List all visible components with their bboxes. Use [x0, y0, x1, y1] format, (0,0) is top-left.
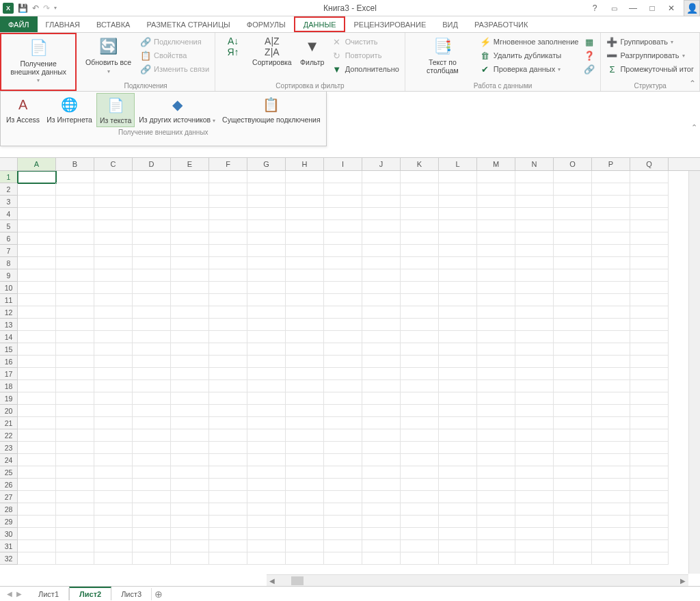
cell-D7[interactable]: [133, 245, 171, 257]
cell-P17[interactable]: [592, 368, 630, 380]
row-header-15[interactable]: 15: [0, 343, 18, 356]
cell-P14[interactable]: [592, 331, 630, 343]
cell-L1[interactable]: [439, 171, 477, 183]
cell-J15[interactable]: [362, 343, 401, 356]
cell-F21[interactable]: [209, 417, 247, 429]
cell-F16[interactable]: [209, 356, 247, 368]
cell-I24[interactable]: [324, 454, 362, 466]
cell-I17[interactable]: [324, 368, 362, 380]
cell-B13[interactable]: [56, 319, 94, 331]
cell-Q10[interactable]: [630, 282, 669, 294]
cell-C16[interactable]: [94, 356, 133, 368]
cell-A13[interactable]: [18, 319, 56, 331]
cell-F22[interactable]: [209, 429, 247, 442]
cell-Q20[interactable]: [630, 405, 669, 417]
cell-J31[interactable]: [362, 540, 401, 552]
cell-A27[interactable]: [18, 491, 56, 503]
cell-J5[interactable]: [362, 220, 401, 232]
cell-J28[interactable]: [362, 503, 401, 516]
cell-C28[interactable]: [94, 503, 133, 516]
cell-Q22[interactable]: [630, 429, 669, 442]
cell-I12[interactable]: [324, 306, 362, 319]
cell-F5[interactable]: [209, 220, 247, 232]
cell-G19[interactable]: [247, 392, 286, 405]
row-header-14[interactable]: 14: [0, 331, 18, 343]
cell-N23[interactable]: [515, 442, 554, 454]
cell-Q16[interactable]: [630, 356, 669, 368]
row-header-8[interactable]: 8: [0, 257, 18, 269]
cell-P23[interactable]: [592, 442, 630, 454]
cell-Q13[interactable]: [630, 319, 669, 331]
cell-A5[interactable]: [18, 220, 56, 232]
cell-J9[interactable]: [362, 269, 401, 282]
cell-N22[interactable]: [515, 429, 554, 442]
cell-F23[interactable]: [209, 442, 247, 454]
cell-A26[interactable]: [18, 479, 56, 491]
cell-O18[interactable]: [554, 380, 592, 392]
cell-Q25[interactable]: [630, 466, 669, 479]
cell-G21[interactable]: [247, 417, 286, 429]
cell-C13[interactable]: [94, 319, 133, 331]
cell-E2[interactable]: [171, 183, 209, 196]
cell-P31[interactable]: [592, 540, 630, 552]
cell-E13[interactable]: [171, 319, 209, 331]
clear-filter-button[interactable]: ✕Очистить: [330, 36, 401, 48]
cell-P32[interactable]: [592, 552, 630, 565]
cell-G25[interactable]: [247, 466, 286, 479]
cell-K20[interactable]: [401, 405, 439, 417]
cell-P6[interactable]: [592, 232, 630, 245]
cell-D14[interactable]: [133, 331, 171, 343]
cell-E20[interactable]: [171, 405, 209, 417]
cell-B8[interactable]: [56, 257, 94, 269]
cell-L20[interactable]: [439, 405, 477, 417]
cell-P1[interactable]: [592, 171, 630, 183]
select-all-button[interactable]: [0, 157, 18, 171]
cell-A32[interactable]: [18, 552, 56, 565]
cell-G27[interactable]: [247, 491, 286, 503]
cell-I22[interactable]: [324, 429, 362, 442]
column-header-F[interactable]: F: [209, 158, 247, 170]
cell-J6[interactable]: [362, 232, 401, 245]
cell-Q23[interactable]: [630, 442, 669, 454]
cell-D11[interactable]: [133, 294, 171, 306]
cell-M16[interactable]: [477, 356, 515, 368]
cell-K32[interactable]: [401, 552, 439, 565]
cell-H2[interactable]: [286, 183, 324, 196]
cell-P12[interactable]: [592, 306, 630, 319]
cell-P28[interactable]: [592, 503, 630, 516]
cell-N17[interactable]: [515, 368, 554, 380]
cell-E23[interactable]: [171, 442, 209, 454]
cell-K3[interactable]: [401, 196, 439, 208]
row-header-26[interactable]: 26: [0, 479, 18, 491]
cell-H19[interactable]: [286, 392, 324, 405]
cell-D20[interactable]: [133, 405, 171, 417]
cell-I15[interactable]: [324, 343, 362, 356]
cell-E7[interactable]: [171, 245, 209, 257]
cell-I9[interactable]: [324, 269, 362, 282]
cell-D29[interactable]: [133, 516, 171, 528]
cell-C23[interactable]: [94, 442, 133, 454]
cell-M7[interactable]: [477, 245, 515, 257]
cell-H16[interactable]: [286, 356, 324, 368]
row-header-31[interactable]: 31: [0, 540, 18, 552]
cell-H15[interactable]: [286, 343, 324, 356]
cell-J24[interactable]: [362, 454, 401, 466]
cell-B30[interactable]: [56, 528, 94, 540]
cell-P26[interactable]: [592, 479, 630, 491]
cell-K16[interactable]: [401, 356, 439, 368]
cell-N31[interactable]: [515, 540, 554, 552]
cell-A28[interactable]: [18, 503, 56, 516]
cell-O26[interactable]: [554, 479, 592, 491]
text-to-columns-button[interactable]: 📑 Текст по столбцам: [409, 34, 476, 76]
cell-G7[interactable]: [247, 245, 286, 257]
cell-F2[interactable]: [209, 183, 247, 196]
cell-Q6[interactable]: [630, 232, 669, 245]
cell-G12[interactable]: [247, 306, 286, 319]
cell-F25[interactable]: [209, 466, 247, 479]
cell-Q18[interactable]: [630, 380, 669, 392]
cell-O27[interactable]: [554, 491, 592, 503]
cell-Q17[interactable]: [630, 368, 669, 380]
cell-D25[interactable]: [133, 466, 171, 479]
column-header-J[interactable]: J: [362, 158, 401, 170]
cell-A3[interactable]: [18, 196, 56, 208]
